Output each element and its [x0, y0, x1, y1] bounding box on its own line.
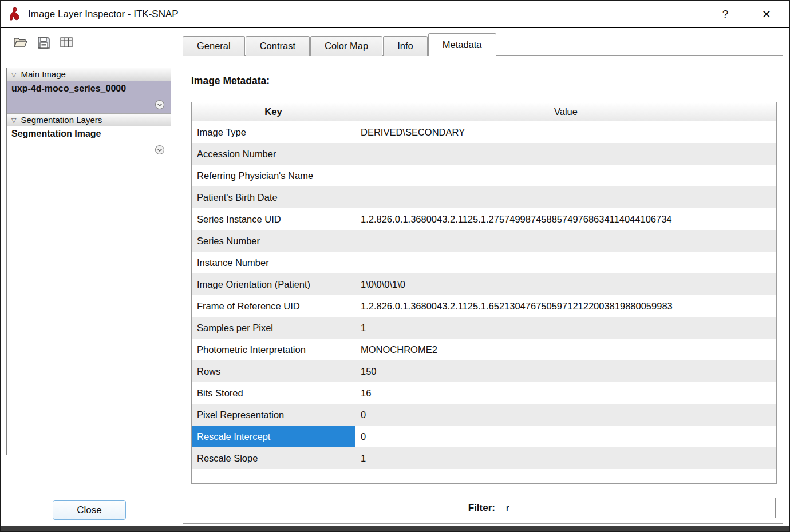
table-row[interactable]: Photometric InterpretationMONOCHROME2 [192, 339, 776, 360]
chevron-down-icon[interactable] [155, 100, 165, 110]
layer-section-header[interactable]: ▽Segmentation Layers [7, 113, 171, 126]
table-row[interactable]: Rescale Intercept0 [192, 426, 776, 447]
tab-bar: GeneralContrastColor MapInfoMetadata [183, 33, 496, 56]
metadata-key-cell[interactable]: Series Instance UID [192, 208, 356, 230]
layer-item-label: Segmentation Image [11, 129, 166, 139]
triangle-down-icon: ▽ [11, 114, 16, 126]
itksnap-logo-icon [7, 6, 23, 22]
layer-section-label: Main Image [21, 68, 65, 81]
tab-contrast[interactable]: Contrast [246, 36, 310, 56]
chevron-down-icon[interactable] [155, 145, 165, 155]
layer-list: ▽Main Imageuxp-4d-moco_series_0000▽Segme… [6, 68, 171, 455]
table-row[interactable]: Image TypeDERIVED\SECONDARY [192, 121, 776, 143]
table-row[interactable]: Rows150 [192, 360, 776, 382]
layer-section-label: Segmentation Layers [21, 114, 102, 126]
triangle-down-icon: ▽ [11, 68, 16, 81]
metadata-heading: Image Metadata: [191, 75, 270, 87]
layer-item[interactable]: uxp-4d-moco_series_0000 [7, 81, 171, 113]
metadata-key-cell[interactable]: Pixel Representation [192, 404, 356, 426]
filter-row: Filter: [183, 497, 776, 519]
window-close-button[interactable]: ✕ [755, 1, 778, 28]
metadata-value-cell[interactable]: 0 [356, 404, 776, 426]
table-row[interactable]: Bits Stored16 [192, 382, 776, 404]
help-button[interactable]: ? [714, 1, 737, 28]
metadata-table: Key Value Image TypeDERIVED\SECONDARYAcc… [191, 102, 777, 484]
metadata-key-cell[interactable]: Rescale Slope [192, 447, 356, 469]
layer-item-label: uxp-4d-moco_series_0000 [11, 84, 166, 94]
metadata-key-cell[interactable]: Samples per Pixel [192, 317, 356, 339]
metadata-table-body: Image TypeDERIVED\SECONDARYAccession Num… [192, 121, 776, 469]
metadata-table-header: Key Value [192, 102, 776, 121]
title-bar: Image Layer Inspector - ITK-SNAP ? ✕ [1, 1, 789, 28]
layer-table-icon[interactable] [59, 35, 74, 50]
table-row[interactable]: Samples per Pixel1 [192, 317, 776, 339]
close-button[interactable]: Close [53, 500, 126, 520]
tab-info[interactable]: Info [383, 36, 428, 56]
column-header-key[interactable]: Key [192, 102, 356, 121]
table-row[interactable]: Accession Number [192, 143, 776, 165]
metadata-key-cell[interactable]: Patient's Birth Date [192, 186, 356, 208]
tab-color-map[interactable]: Color Map [310, 36, 382, 56]
table-row[interactable]: Frame of Reference UID1.2.826.0.1.368004… [192, 295, 776, 317]
metadata-key-cell[interactable]: Accession Number [192, 143, 356, 165]
metadata-value-cell[interactable] [356, 252, 776, 273]
metadata-value-cell[interactable]: 1.2.826.0.1.3680043.2.1125.1.27574998745… [356, 208, 776, 230]
metadata-value-cell[interactable]: MONOCHROME2 [356, 339, 776, 360]
tab-general[interactable]: General [183, 36, 245, 56]
metadata-value-cell[interactable]: 16 [356, 382, 776, 404]
image-layer-inspector-window: Image Layer Inspector - ITK-SNAP ? ✕ [0, 0, 790, 532]
tab-metadata[interactable]: Metadata [428, 33, 496, 56]
metadata-key-cell[interactable]: Rescale Intercept [192, 426, 356, 447]
metadata-value-cell[interactable]: DERIVED\SECONDARY [356, 121, 776, 143]
window-title: Image Layer Inspector - ITK-SNAP [28, 1, 179, 28]
table-row[interactable]: Referring Physician's Name [192, 165, 776, 186]
layer-section-header[interactable]: ▽Main Image [7, 68, 171, 81]
metadata-panel: Image Metadata: Key Value Image TypeDERI… [183, 55, 783, 524]
table-row[interactable]: Patient's Birth Date [192, 186, 776, 208]
table-row[interactable]: Image Orientation (Patient)1\0\0\0\1\0 [192, 273, 776, 295]
table-row[interactable]: Series Number [192, 230, 776, 252]
metadata-value-cell[interactable] [356, 143, 776, 165]
table-row[interactable]: Rescale Slope1 [192, 447, 776, 469]
metadata-value-cell[interactable] [356, 165, 776, 186]
table-row[interactable]: Series Instance UID1.2.826.0.1.3680043.2… [192, 208, 776, 230]
layer-item[interactable]: Segmentation Image [7, 126, 171, 158]
metadata-value-cell[interactable]: 1 [356, 317, 776, 339]
metadata-value-cell[interactable] [356, 230, 776, 252]
open-folder-icon[interactable] [13, 35, 28, 50]
metadata-key-cell[interactable]: Image Type [192, 121, 356, 143]
metadata-value-cell[interactable] [356, 186, 776, 208]
table-row[interactable]: Instance Number [192, 252, 776, 273]
metadata-key-cell[interactable]: Instance Number [192, 252, 356, 273]
metadata-key-cell[interactable]: Rows [192, 360, 356, 382]
metadata-key-cell[interactable]: Frame of Reference UID [192, 295, 356, 317]
window-bottom-edge [1, 526, 789, 531]
filter-input[interactable] [501, 498, 776, 518]
metadata-value-cell[interactable]: 1 [356, 447, 776, 469]
filter-label: Filter: [468, 502, 495, 514]
metadata-key-cell[interactable]: Photometric Interpretation [192, 339, 356, 360]
metadata-key-cell[interactable]: Series Number [192, 230, 356, 252]
metadata-value-cell[interactable]: 150 [356, 360, 776, 382]
metadata-key-cell[interactable]: Bits Stored [192, 382, 356, 404]
metadata-value-cell[interactable]: 1.2.826.0.1.3680043.2.1125.1.65213047675… [356, 295, 776, 317]
column-header-value[interactable]: Value [356, 102, 776, 121]
layer-toolbar [13, 35, 74, 50]
metadata-value-cell[interactable]: 1\0\0\0\1\0 [356, 273, 776, 295]
save-icon[interactable] [36, 35, 51, 50]
metadata-key-cell[interactable]: Referring Physician's Name [192, 165, 356, 186]
table-row[interactable]: Pixel Representation0 [192, 404, 776, 426]
metadata-value-cell[interactable]: 0 [356, 426, 776, 447]
metadata-key-cell[interactable]: Image Orientation (Patient) [192, 273, 356, 295]
